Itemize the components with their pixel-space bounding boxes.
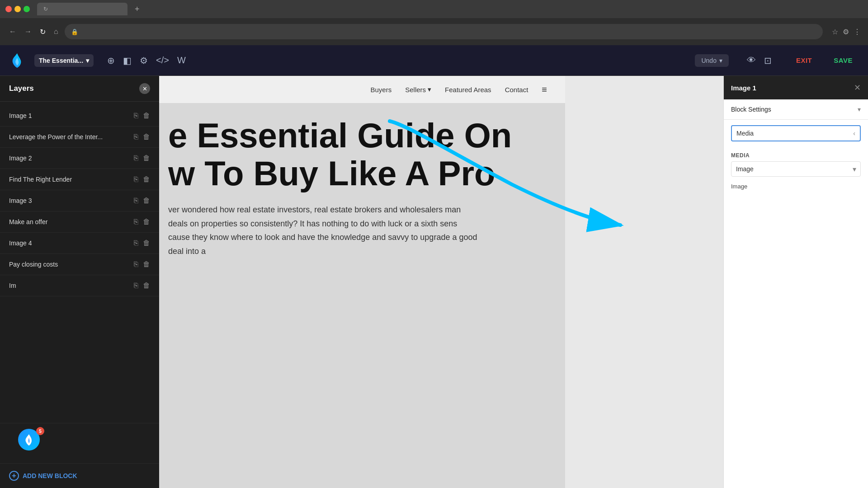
panel-header: Image 1 ✕ (724, 76, 868, 99)
media-field-area: Media ‹ (724, 120, 868, 147)
address-bar[interactable]: 🔒 (65, 24, 823, 39)
layer-delete-find-lender[interactable]: 🗑 (143, 175, 150, 183)
layer-copy-find-lender[interactable]: ⎘ (134, 175, 138, 183)
image-type-select[interactable]: Image Video None (731, 161, 861, 177)
bookmark-icon[interactable]: ☆ (832, 28, 838, 36)
tab-bar: ↻ + (0, 0, 868, 18)
app-toolbar: The Essentia... ▾ ⊕ ◧ ⚙ </> W Undo ▾ 👁 ⊡… (0, 45, 868, 76)
layer-actions-image1: ⎘ 🗑 (134, 112, 150, 120)
close-window-button[interactable] (5, 6, 12, 12)
site-navigation: Buyers Sellers ▾ Featured Areas Contact … (159, 76, 565, 103)
home-button[interactable]: ⌂ (52, 26, 60, 38)
sidebar-list: Image 1 ⎘ 🗑 Leverage the Power of the In… (0, 102, 159, 423)
responsive-icon[interactable]: ⊡ (764, 55, 772, 66)
settings-toolbar-icon[interactable]: ⚙ (140, 55, 148, 66)
layer-copy-image1[interactable]: ⎘ (134, 112, 138, 120)
layer-delete-pay-closing[interactable]: 🗑 (143, 260, 150, 268)
canvas-content: e Essential Guide On w To Buy Like A Pro… (159, 103, 565, 488)
body-text-2: deals on properties so consistently? It … (168, 217, 485, 231)
preview-icon[interactable]: 👁 (747, 55, 756, 66)
layer-copy-leverage[interactable]: ⎘ (134, 133, 138, 141)
layer-item-imageX[interactable]: Im ⎘ 🗑 (0, 275, 159, 296)
layer-delete-leverage[interactable]: 🗑 (143, 133, 150, 141)
layer-actions-leverage: ⎘ 🗑 (134, 133, 150, 141)
media-input-row[interactable]: Media ‹ (731, 125, 861, 141)
layer-item-leverage[interactable]: Leverage the Power of the Inter... ⎘ 🗑 (0, 127, 159, 148)
right-panel: Image 1 ✕ Block Settings ▾ Media ‹ Media… (723, 76, 868, 488)
sellers-dropdown-icon: ▾ (428, 85, 431, 94)
code-toolbar-icon[interactable]: </> (156, 55, 169, 66)
layer-copy-image4[interactable]: ⎘ (134, 239, 138, 247)
layer-label-image4: Image 4 (9, 239, 32, 247)
nav-right-icons: ☆ ⚙ ⋮ (832, 28, 861, 36)
layer-item-pay-closing[interactable]: Pay closing costs ⎘ 🗑 (0, 254, 159, 275)
block-settings-chevron: ▾ (858, 106, 861, 113)
hero-line2: w To Buy Like A Pro (168, 155, 556, 192)
sidebar-close-button[interactable]: ✕ (139, 83, 150, 94)
logo-badge-area: 5 (18, 429, 42, 450)
site-dropdown-icon: ▾ (86, 57, 89, 64)
undo-button[interactable]: Undo ▾ (695, 54, 728, 67)
nav-sellers[interactable]: Sellers ▾ (405, 85, 431, 94)
back-button[interactable]: ← (7, 26, 18, 38)
layer-delete-image4[interactable]: 🗑 (143, 239, 150, 247)
forward-button[interactable]: → (23, 26, 33, 38)
layer-copy-pay-closing[interactable]: ⎘ (134, 260, 138, 268)
layer-actions-pay-closing: ⎘ 🗑 (134, 260, 150, 268)
extensions-icon[interactable]: ⚙ (843, 28, 849, 36)
site-name: The Essentia... (39, 57, 83, 64)
site-selector[interactable]: The Essentia... ▾ (34, 54, 94, 67)
panel-close-button[interactable]: ✕ (854, 83, 861, 93)
layer-copy-imageX[interactable]: ⎘ (134, 282, 138, 290)
layer-copy-image2[interactable]: ⎘ (134, 154, 138, 162)
layer-delete-make-offer[interactable]: 🗑 (143, 218, 150, 226)
browser-chrome: ↻ + ← → ↻ ⌂ 🔒 ☆ ⚙ ⋮ (0, 0, 868, 45)
layer-item-make-offer[interactable]: Make an offer ⎘ 🗑 (0, 211, 159, 233)
layer-item-image2[interactable]: Image 2 ⎘ 🗑 (0, 148, 159, 169)
wordpress-toolbar-icon[interactable]: W (177, 55, 186, 66)
lock-icon: 🔒 (71, 28, 78, 35)
layer-actions-image3: ⎘ 🗑 (134, 197, 150, 205)
nav-bar: ← → ↻ ⌂ 🔒 ☆ ⚙ ⋮ (0, 18, 868, 45)
layers-toolbar-icon[interactable]: ◧ (123, 55, 132, 66)
notification-badge: 5 (36, 427, 44, 435)
layer-copy-make-offer[interactable]: ⎘ (134, 218, 138, 226)
new-tab-button[interactable]: + (135, 5, 140, 14)
hamburger-menu-icon[interactable]: ≡ (542, 84, 547, 95)
panel-block-settings-header[interactable]: Block Settings ▾ (724, 99, 868, 119)
layer-actions-image2: ⎘ 🗑 (134, 154, 150, 162)
layer-item-find-lender[interactable]: Find The Right Lender ⎘ 🗑 (0, 169, 159, 190)
image-select-wrap: Image Video None (731, 161, 861, 177)
active-tab[interactable]: ↻ (37, 3, 127, 15)
more-icon[interactable]: ⋮ (854, 28, 861, 36)
reload-button[interactable]: ↻ (38, 26, 47, 38)
nav-buyers[interactable]: Buyers (371, 86, 392, 94)
layer-delete-image2[interactable]: 🗑 (143, 154, 150, 162)
add-block-toolbar-icon[interactable]: ⊕ (107, 55, 115, 66)
layer-label-find-lender: Find The Right Lender (9, 176, 72, 183)
hero-body: ver wondered how real estate investors, … (168, 203, 485, 258)
add-new-block-button[interactable]: + ADD NEW BLOCK (0, 463, 159, 488)
exit-button[interactable]: EXIT (790, 54, 818, 67)
layer-item-image1[interactable]: Image 1 ⎘ 🗑 (0, 105, 159, 127)
app-logo[interactable] (9, 52, 25, 69)
layer-item-image3[interactable]: Image 3 ⎘ 🗑 (0, 190, 159, 211)
layer-actions-find-lender: ⎘ 🗑 (134, 175, 150, 183)
layer-label-image2: Image 2 (9, 155, 32, 162)
hero-line1: e Essential Guide On (168, 117, 556, 155)
layer-copy-image3[interactable]: ⎘ (134, 197, 138, 205)
nav-featured-areas[interactable]: Featured Areas (445, 86, 491, 94)
maximize-window-button[interactable] (24, 6, 30, 12)
layer-delete-image3[interactable]: 🗑 (143, 197, 150, 205)
layer-item-image4[interactable]: Image 4 ⎘ 🗑 (0, 233, 159, 254)
nav-contact[interactable]: Contact (505, 86, 528, 94)
layers-sidebar: Layers ✕ Image 1 ⎘ 🗑 Leverage the Power … (0, 76, 159, 488)
body-text-3: cause they know where to look and have t… (168, 230, 485, 258)
layer-label-image3: Image 3 (9, 197, 32, 204)
save-button[interactable]: SAVE (827, 54, 859, 67)
layer-delete-image1[interactable]: 🗑 (143, 112, 150, 120)
undo-label: Undo (701, 57, 716, 64)
layer-label-pay-closing: Pay closing costs (9, 261, 58, 268)
layer-delete-imageX[interactable]: 🗑 (143, 282, 150, 290)
minimize-window-button[interactable] (14, 6, 21, 12)
